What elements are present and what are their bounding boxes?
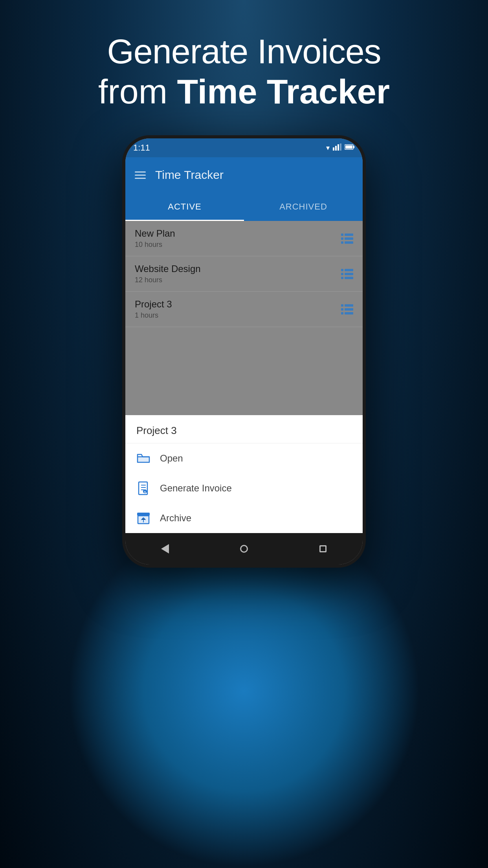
svg-rect-0 bbox=[333, 147, 334, 151]
list-item[interactable]: Project 3 1 hours bbox=[125, 292, 363, 327]
home-button[interactable] bbox=[234, 539, 254, 559]
svg-rect-2 bbox=[338, 144, 339, 151]
status-bar: 1:11 ▾ bbox=[125, 138, 363, 157]
list-detail-icon bbox=[341, 234, 353, 244]
project-name: New Plan bbox=[135, 228, 175, 239]
svg-text:$: $ bbox=[144, 491, 146, 494]
battery-icon bbox=[345, 144, 355, 152]
app-bar: Time Tracker bbox=[125, 157, 363, 193]
svg-rect-6 bbox=[345, 145, 352, 149]
nav-bar bbox=[125, 533, 363, 565]
generate-invoice-button[interactable]: $ Generate Invoice bbox=[125, 473, 363, 503]
archive-icon bbox=[136, 511, 150, 525]
archive-button[interactable]: Archive bbox=[125, 503, 363, 533]
recent-button[interactable] bbox=[313, 539, 333, 559]
promo-line2-prefix: from bbox=[98, 72, 177, 111]
wifi-icon: ▾ bbox=[326, 143, 330, 152]
promo-line2: from Time Tracker bbox=[98, 72, 390, 112]
tab-archived[interactable]: Archived bbox=[244, 193, 363, 221]
list-item[interactable]: Website Design 12 hours bbox=[125, 256, 363, 292]
signal-icon bbox=[333, 143, 341, 153]
generate-invoice-label: Generate Invoice bbox=[160, 483, 232, 494]
projects-list: New Plan 10 hours Website Design 12 hour… bbox=[125, 221, 363, 415]
list-detail-icon bbox=[341, 269, 353, 279]
home-icon bbox=[240, 545, 248, 553]
project-hours: 1 hours bbox=[135, 311, 172, 320]
back-button[interactable] bbox=[155, 539, 175, 559]
hamburger-menu-button[interactable] bbox=[135, 171, 146, 179]
status-icons: ▾ bbox=[326, 143, 355, 153]
tab-active[interactable]: Active bbox=[125, 193, 244, 221]
archive-label: Archive bbox=[160, 513, 191, 524]
phone-screen: 1:11 ▾ bbox=[125, 138, 363, 565]
promo-header: Generate Invoices from Time Tracker bbox=[98, 31, 390, 112]
open-button[interactable]: Open bbox=[125, 443, 363, 473]
project-hours: 12 hours bbox=[135, 276, 201, 284]
open-label: Open bbox=[160, 453, 183, 464]
status-time: 1:11 bbox=[133, 143, 150, 153]
svg-rect-5 bbox=[353, 146, 354, 148]
bottom-sheet-title: Project 3 bbox=[125, 415, 363, 443]
back-icon bbox=[161, 544, 169, 554]
project-hours: 10 hours bbox=[135, 241, 175, 249]
project-name: Website Design bbox=[135, 263, 201, 274]
promo-line1: Generate Invoices bbox=[98, 31, 390, 72]
folder-open-icon bbox=[136, 451, 150, 465]
invoice-icon: $ bbox=[136, 481, 150, 495]
project-name: Project 3 bbox=[135, 299, 172, 310]
promo-line2-bold: Time Tracker bbox=[177, 72, 390, 111]
recent-icon bbox=[319, 545, 327, 552]
phone-device: 1:11 ▾ bbox=[122, 135, 366, 568]
tab-bar: Active Archived bbox=[125, 193, 363, 221]
list-detail-icon bbox=[341, 304, 353, 314]
svg-rect-3 bbox=[340, 143, 341, 151]
app-title: Time Tracker bbox=[155, 168, 224, 182]
bottom-sheet: Project 3 Open $ bbox=[125, 415, 363, 533]
svg-rect-1 bbox=[335, 146, 337, 151]
list-item[interactable]: New Plan 10 hours bbox=[125, 221, 363, 256]
